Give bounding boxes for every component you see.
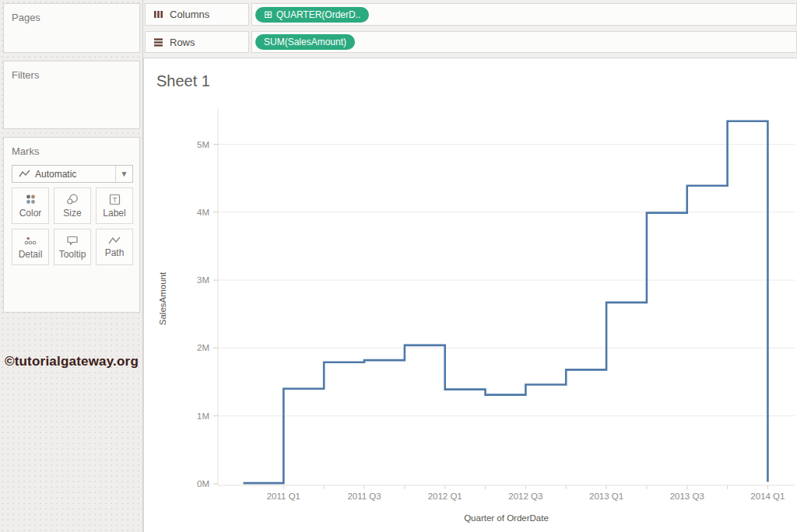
x-tick-label: 2013 Q3 (670, 492, 704, 501)
mark-type-dropdown[interactable]: Automatic ▼ (12, 165, 133, 183)
x-tick-label: 2011 Q3 (347, 492, 381, 501)
y-tick-label: 3M (197, 275, 209, 285)
y-tick-label: 1M (197, 411, 209, 421)
marks-buttons: Color Size T Label (12, 187, 133, 265)
tableau-window: Pages Filters Marks Automatic ▼ (0, 0, 797, 532)
path-button[interactable]: Path (96, 229, 133, 265)
detail-button[interactable]: Detail (12, 229, 49, 265)
tooltip-button-label: Tooltip (59, 249, 86, 260)
columns-icon (153, 9, 163, 19)
rows-shelf[interactable]: SUM(SalesAmount) (251, 31, 797, 53)
mark-type-value: Automatic (30, 169, 115, 180)
svg-text:T: T (112, 196, 117, 204)
columns-pill[interactable]: ⊞ QUARTER(OrderD.. (255, 7, 369, 23)
pages-shelf[interactable]: Pages (3, 3, 140, 53)
tooltip-button[interactable]: Tooltip (54, 229, 91, 265)
marks-card-label: Marks (4, 138, 139, 157)
size-button-label: Size (63, 208, 81, 219)
rows-pill[interactable]: SUM(SalesAmount) (255, 34, 355, 50)
watermark-text: ©tutorialgateway.org (0, 354, 143, 369)
x-tick-label: 2011 Q1 (267, 492, 300, 501)
y-tick-label: 2M (197, 343, 209, 352)
expand-plus-icon[interactable]: ⊞ (264, 9, 272, 19)
columns-pill-label: QUARTER(OrderD.. (276, 9, 360, 20)
shelf-strip: Columns ⊞ QUARTER(OrderD.. Rows (143, 0, 797, 58)
label-button-label: Label (103, 208, 125, 219)
step-line-path (244, 121, 768, 483)
tooltip-bubble-icon (66, 235, 79, 247)
detail-button-label: Detail (19, 249, 43, 260)
y-tick-label: 0M (197, 479, 209, 488)
sales-step-chart: 0M1M2M3M4M5M2011 Q12011 Q32012 Q12012 Q3… (144, 58, 797, 532)
rows-shelf-label: Rows (170, 37, 195, 48)
columns-shelf-header: Columns (145, 3, 249, 26)
sidebar: Pages Filters Marks Automatic ▼ (0, 0, 143, 532)
pages-shelf-label: Pages (4, 4, 139, 23)
filters-shelf[interactable]: Filters (3, 61, 140, 129)
chevron-down-icon[interactable]: ▼ (115, 166, 132, 182)
color-dots-icon (25, 194, 37, 205)
columns-shelf-label: Columns (170, 9, 209, 20)
y-tick-label: 5M (197, 140, 209, 149)
color-button[interactable]: Color (12, 187, 49, 224)
label-t-icon: T (109, 194, 121, 205)
line-mark-icon (19, 170, 30, 178)
x-tick-label: 2013 Q1 (589, 492, 623, 501)
x-tick-label: 2012 Q1 (428, 492, 462, 501)
rows-pill-label: SUM(SalesAmount) (264, 37, 346, 47)
x-tick-label: 2014 Q1 (750, 492, 785, 501)
path-zigzag-icon (108, 236, 121, 245)
path-button-label: Path (105, 247, 125, 258)
x-axis-title: Quarter of OrderDate (218, 513, 795, 523)
detail-dots-icon (24, 235, 37, 247)
label-button[interactable]: T Label (96, 187, 133, 224)
rows-icon (153, 37, 163, 47)
rows-shelf-header: Rows (145, 31, 249, 53)
x-tick-label: 2012 Q3 (508, 492, 542, 501)
marks-card: Marks Automatic ▼ Color (3, 137, 140, 313)
filters-shelf-label: Filters (4, 61, 139, 81)
size-circles-icon (66, 194, 79, 205)
worksheet-view[interactable]: Sheet 1 SalesAmount 0M1M2M3M4M5M2011 Q12… (143, 58, 797, 532)
y-tick-label: 4M (197, 208, 209, 217)
size-button[interactable]: Size (54, 187, 91, 224)
color-button-label: Color (19, 208, 42, 219)
columns-shelf[interactable]: ⊞ QUARTER(OrderD.. (251, 3, 797, 26)
